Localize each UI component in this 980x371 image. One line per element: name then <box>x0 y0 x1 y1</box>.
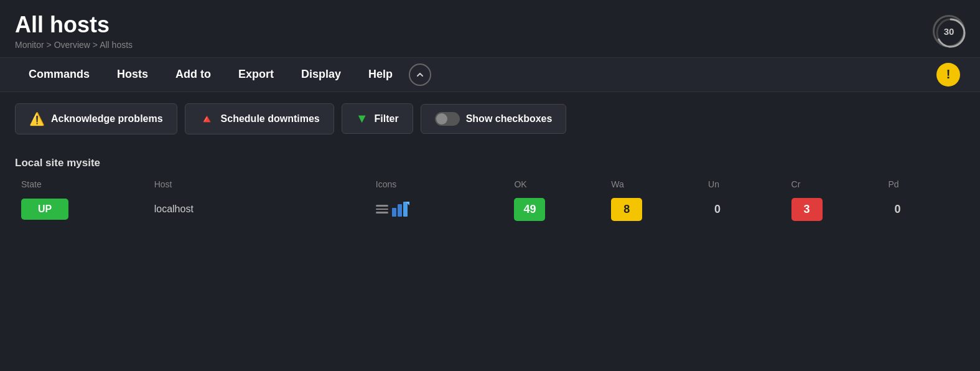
warning-icon: ⚠️ <box>29 111 45 126</box>
col-header-wa: Wa <box>605 177 702 194</box>
row-ok[interactable]: 49 <box>508 194 605 225</box>
toolbar-item-display[interactable]: Display <box>287 58 355 92</box>
row-wa[interactable]: 8 <box>605 194 702 225</box>
host-icon-group <box>376 202 502 217</box>
filter-button[interactable]: ▼ Filter <box>342 103 413 134</box>
row-un: 0 <box>702 194 785 225</box>
acknowledge-label: Acknowledge problems <box>51 113 163 124</box>
pd-count: 0 <box>888 203 907 216</box>
ok-count: 49 <box>514 198 545 221</box>
row-icons <box>370 194 508 225</box>
schedule-downtimes-button[interactable]: 🔺 Schedule downtimes <box>185 103 334 134</box>
row-host[interactable]: localhost <box>148 194 370 225</box>
toolbar-item-commands[interactable]: Commands <box>15 58 103 92</box>
toolbar: Commands Hosts Add to Export Display Hel… <box>0 57 980 92</box>
checkboxes-label: Show checkboxes <box>466 113 553 124</box>
toolbar-item-add-to[interactable]: Add to <box>162 58 225 92</box>
cone-icon: 🔺 <box>199 111 215 126</box>
table-header: State Host Icons OK Wa Un Cr Pd <box>15 177 965 194</box>
col-header-un: Un <box>702 177 785 194</box>
col-header-ok: OK <box>508 177 605 194</box>
menu-icon[interactable] <box>376 205 388 214</box>
toolbar-item-export[interactable]: Export <box>225 58 287 92</box>
col-header-state: State <box>15 177 148 194</box>
row-state: UP <box>15 194 148 225</box>
header-text: All hosts Monitor > Overview > All hosts <box>15 12 133 50</box>
collapse-button[interactable] <box>409 63 431 86</box>
graph-icon[interactable] <box>392 202 409 217</box>
row-cr[interactable]: 3 <box>785 194 882 225</box>
header: All hosts Monitor > Overview > All hosts… <box>0 0 980 57</box>
cr-count: 3 <box>791 198 823 221</box>
filter-icon: ▼ <box>356 111 368 126</box>
col-header-host: Host <box>148 177 370 194</box>
svg-rect-3 <box>398 204 402 217</box>
alert-badge[interactable]: ! <box>936 63 960 87</box>
show-checkboxes-toggle[interactable]: Show checkboxes <box>421 104 567 134</box>
refresh-timer[interactable]: 30 <box>933 15 965 47</box>
svg-rect-4 <box>403 202 408 217</box>
toggle-thumb <box>436 113 447 124</box>
col-header-pd: Pd <box>882 177 965 194</box>
col-header-icons: Icons <box>370 177 508 194</box>
svg-rect-2 <box>392 208 396 217</box>
actions-row: ⚠️ Acknowledge problems 🔺 Schedule downt… <box>0 92 980 146</box>
schedule-label: Schedule downtimes <box>221 113 320 124</box>
table-section: Local site mysite State Host Icons OK Wa… <box>0 146 980 225</box>
table-row: UP localhost <box>15 194 965 225</box>
filter-label: Filter <box>375 113 399 124</box>
section-title: Local site mysite <box>15 151 965 177</box>
page-title: All hosts <box>15 12 133 37</box>
row-pd: 0 <box>882 194 965 225</box>
toggle-track <box>435 112 460 126</box>
breadcrumb: Monitor > Overview > All hosts <box>15 40 133 50</box>
status-up-badge[interactable]: UP <box>21 199 68 220</box>
toolbar-item-help[interactable]: Help <box>355 58 406 92</box>
un-count: 0 <box>708 203 727 216</box>
hosts-table: State Host Icons OK Wa Un Cr Pd UP local… <box>15 177 965 225</box>
toolbar-item-hosts[interactable]: Hosts <box>103 58 162 92</box>
col-header-cr: Cr <box>785 177 882 194</box>
acknowledge-problems-button[interactable]: ⚠️ Acknowledge problems <box>15 103 177 134</box>
wa-count: 8 <box>611 198 642 221</box>
